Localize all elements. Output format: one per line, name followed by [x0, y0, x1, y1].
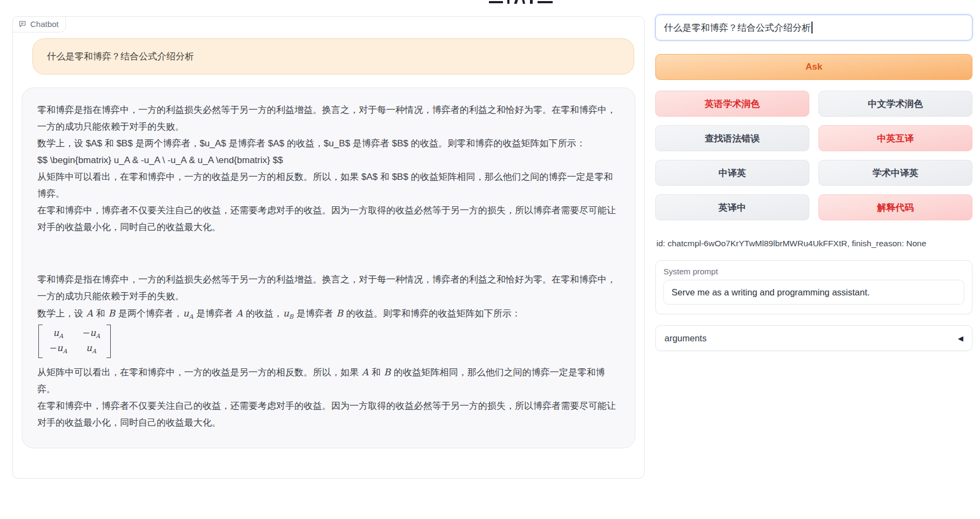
quick-button-解释代码[interactable]: 解释代码 — [818, 194, 972, 220]
collapse-arrow-icon: ◀ — [958, 334, 963, 342]
bot-paragraph: 从矩阵中可以看出，在零和博弈中，一方的收益是另一方的相反数。所以，如果 A 和 … — [37, 364, 620, 398]
bot-paragraph: 在零和博弈中，博弈者不仅要关注自己的收益，还需要考虑对手的收益。因为一方取得的收… — [37, 203, 620, 236]
bot-message-rendered: 零和博弈是指在博弈中，一方的利益损失必然等于另一方的利益增益。换言之，对于每一种… — [37, 272, 620, 432]
bot-paragraph: 在零和博弈中，博弈者不仅要关注自己的收益，还需要考虑对手的收益。因为一方取得的收… — [37, 398, 620, 432]
question-input-value: 什么是零和博弈？结合公式介绍分析 — [664, 22, 811, 34]
bot-paragraph: 零和博弈是指在博弈中，一方的利益损失必然等于另一方的利益增益。换言之，对于每一种… — [37, 272, 620, 305]
quick-button-英语学术润色[interactable]: 英语学术润色 — [655, 91, 809, 117]
text-cursor — [811, 22, 813, 33]
quick-button-中英互译[interactable]: 中英互译 — [818, 125, 972, 151]
chatbot-label-text: Chatbot — [30, 19, 59, 29]
accordion-label: arguments — [664, 333, 707, 343]
quick-action-grid: 英语学术润色中文学术润色查找语法错误中英互译中译英学术中译英英译中解释代码 — [655, 91, 972, 220]
system-prompt-value: Serve me as a writing and programming as… — [672, 287, 870, 298]
chatbot-panel: Chatbot 什么是零和博弈？结合公式介绍分析 零和博弈是指在博弈中，一方的利… — [12, 16, 645, 478]
bot-paragraph: 数学上，设 $A$ 和 $B$ 是两个博弈者，$u_A$ 是博弈者 $A$ 的收… — [37, 136, 620, 152]
message-gap — [37, 236, 620, 272]
system-prompt-card: System prompt Serve me as a writing and … — [655, 260, 972, 314]
arguments-accordion[interactable]: arguments ◀ — [655, 325, 972, 351]
bot-paragraph: 数学上，设 A 和 B 是两个博弈者，uA 是博弈者 A 的收益，uB 是博弈者… — [37, 305, 620, 322]
quick-button-中文学术润色[interactable]: 中文学术润色 — [818, 91, 972, 117]
ask-button-label: Ask — [806, 62, 822, 72]
chat-message-list[interactable]: 什么是零和博弈？结合公式介绍分析 零和博弈是指在博弈中，一方的利益损失必然等于另… — [13, 17, 644, 478]
ask-button[interactable]: Ask — [655, 54, 972, 80]
rendered-matrix: uA−uA−uAuA — [37, 322, 620, 364]
quick-button-查找语法错误[interactable]: 查找语法错误 — [655, 125, 809, 151]
system-prompt-label: System prompt — [663, 267, 964, 276]
bot-message-raw-latex: 零和博弈是指在博弈中，一方的利益损失必然等于另一方的利益增益。换言之，对于每一种… — [37, 102, 620, 236]
status-line: id: chatcmpl-6wOo7KrYTwMl89lbrMWRu4UkFFX… — [656, 239, 972, 248]
quick-button-中译英[interactable]: 中译英 — [655, 160, 809, 186]
user-message-bubble: 什么是零和博弈？结合公式介绍分析 — [32, 38, 634, 75]
bot-message-bubble: 零和博弈是指在博弈中，一方的利益损失必然等于另一方的利益增益。换言之，对于每一种… — [22, 87, 635, 448]
bot-paragraph: 从矩阵中可以看出，在零和博弈中，一方的收益是另一方的相反数。所以，如果 $A$ … — [37, 169, 620, 203]
quick-button-学术中译英[interactable]: 学术中译英 — [818, 160, 972, 186]
question-input[interactable]: 什么是零和博弈？结合公式介绍分析 — [655, 15, 972, 41]
system-prompt-input[interactable]: Serve me as a writing and programming as… — [663, 280, 964, 305]
chat-bubble-icon — [18, 20, 26, 28]
bot-paragraph: $$ \begin{bmatrix} u_A & -u_A \ -u_A & u… — [37, 152, 620, 169]
bot-paragraph: 零和博弈是指在博弈中，一方的利益损失必然等于另一方的利益增益。换言之，对于每一种… — [37, 102, 620, 136]
user-message-text: 什么是零和博弈？结合公式介绍分析 — [47, 51, 194, 62]
quick-button-英译中[interactable]: 英译中 — [655, 194, 809, 220]
chatbot-label: Chatbot — [12, 16, 66, 32]
clipped-page-title — [489, 0, 559, 4]
